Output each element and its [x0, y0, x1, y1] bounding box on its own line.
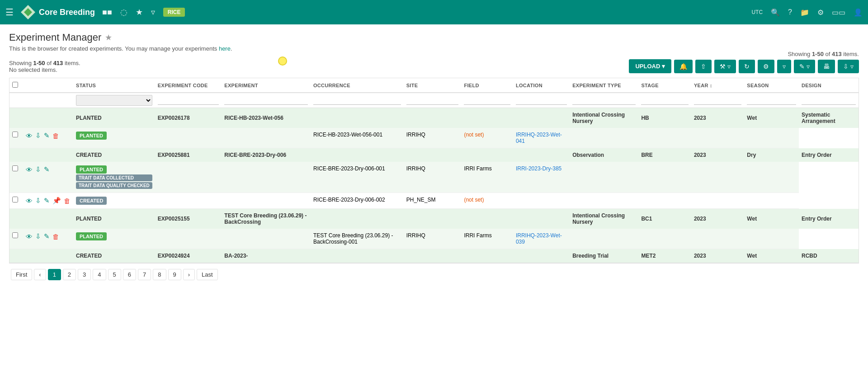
occurrence-header[interactable]: OCCURRENCE	[311, 78, 404, 93]
field-header[interactable]: FIELD	[461, 78, 513, 93]
status-badge: PLANTED	[76, 232, 107, 240]
edit-row-icon[interactable]: ✎	[44, 132, 50, 140]
search-icon[interactable]: 🔍	[771, 8, 780, 17]
group-exp-type-3: Intentional Crossing Nursery	[570, 209, 638, 229]
page-button-2[interactable]: 2	[63, 269, 76, 280]
exp-type-filter[interactable]	[572, 96, 636, 105]
refresh-button[interactable]: ↻	[739, 60, 755, 73]
exp-code-header[interactable]: EXPERIMENT CODE	[155, 78, 222, 93]
page-button-5[interactable]: 5	[108, 269, 121, 280]
select-all-header[interactable]	[9, 78, 23, 93]
notification-button[interactable]: 🔔	[674, 60, 693, 73]
here-link[interactable]: here	[219, 45, 231, 52]
view-icon[interactable]: 👁	[26, 166, 33, 174]
download-row-icon[interactable]: ⇩	[35, 132, 41, 140]
page-button-8[interactable]: 8	[153, 269, 166, 280]
grid-icon[interactable]: ■■	[102, 8, 112, 17]
row-checkbox[interactable]	[12, 197, 18, 202]
row-checkbox[interactable]	[12, 232, 18, 238]
page-button-7[interactable]: 7	[138, 269, 151, 280]
download-button[interactable]: ⇩ ▿	[838, 60, 859, 73]
last-page-button[interactable]: Last	[197, 269, 218, 280]
delete-row-icon[interactable]: 🗑	[52, 132, 59, 140]
select-all-checkbox[interactable]	[12, 82, 18, 88]
next-page-button[interactable]: ›	[183, 269, 195, 280]
star-nav-icon[interactable]: ★	[136, 7, 143, 17]
view-icon[interactable]: 👁	[26, 132, 33, 140]
help-icon[interactable]: ?	[788, 8, 792, 16]
season-header[interactable]: SEASON	[744, 78, 799, 93]
folder-icon[interactable]: 📁	[800, 8, 809, 17]
page-button-3[interactable]: 3	[78, 269, 91, 280]
group-exp-1: RICE-HB-2023-Wet-056	[222, 108, 311, 128]
design-filter[interactable]	[802, 96, 856, 105]
occurrence-cell: RICE-BRE-2023-Dry-006-001	[311, 162, 404, 193]
apps-icon[interactable]: ▭▭	[832, 8, 845, 17]
clock-icon[interactable]: ◌	[120, 7, 127, 17]
experiment-filter[interactable]	[224, 96, 308, 105]
page-button-4[interactable]: 4	[93, 269, 106, 280]
status-filter-cell[interactable]	[73, 93, 155, 108]
occurrence-filter[interactable]	[313, 96, 401, 105]
field-filter[interactable]	[464, 96, 510, 105]
experiment-header[interactable]: EXPERIMENT	[222, 78, 311, 93]
edit-multi-button[interactable]: ✎ ▿	[794, 60, 815, 73]
tools-button[interactable]: ⚒ ▿	[714, 60, 736, 73]
upload-button[interactable]: UPLOAD ▾	[629, 59, 671, 73]
crop-badge[interactable]: RICE	[163, 8, 185, 17]
download-row-icon[interactable]: ⇩	[35, 165, 41, 174]
filter-button[interactable]: ▿	[777, 60, 791, 73]
season-filter[interactable]	[747, 96, 796, 105]
site-header[interactable]: SITE	[404, 78, 462, 93]
edit-row-icon[interactable]: ✎	[44, 165, 50, 174]
view-icon[interactable]: 👁	[26, 197, 33, 205]
location-link[interactable]: IRRI-2023-Dry-385	[516, 165, 561, 172]
row-checkbox[interactable]	[12, 132, 18, 137]
exp-type-header[interactable]: EXPERIMENT TYPE	[570, 78, 638, 93]
year-header[interactable]: YEAR ↕	[691, 78, 744, 93]
site-cell: IRRIHQ	[404, 162, 462, 193]
design-header[interactable]: DESIGN	[799, 78, 859, 93]
table-header-row: STATUS EXPERIMENT CODE EXPERIMENT OCCURR…	[9, 78, 859, 93]
view-icon[interactable]: 👁	[26, 233, 33, 240]
page-button-9[interactable]: 9	[168, 269, 181, 280]
delete-row-icon[interactable]: 🗑	[64, 197, 71, 205]
site-filter[interactable]	[406, 96, 459, 105]
hamburger-menu-icon[interactable]: ☰	[5, 7, 14, 18]
table-row: 👁 ⇩ ✎ 🗑 PLANTED RICE-HB-2023-Wet-056-001…	[9, 128, 859, 148]
location-link[interactable]: IRRIHQ-2023-Wet-039	[516, 232, 562, 245]
app-logo: Core Breeding	[21, 5, 95, 19]
delete-row-icon[interactable]: 🗑	[52, 233, 59, 240]
prev-page-button[interactable]: ‹	[34, 269, 46, 280]
download-row-icon[interactable]: ⇩	[35, 197, 41, 205]
group-exp-code-1: EXP0026178	[155, 108, 222, 128]
status-filter[interactable]	[76, 95, 152, 106]
settings-icon[interactable]: ⚙	[817, 8, 824, 17]
group-status-3: PLANTED	[73, 209, 155, 229]
column-settings-button[interactable]: ⚙	[758, 60, 774, 73]
group-stage-3: BC1	[638, 209, 691, 229]
user-icon[interactable]: 👤	[854, 8, 863, 17]
location-header[interactable]: LOCATION	[513, 78, 570, 93]
action-icons: 👁 ⇩ ✎	[26, 165, 71, 174]
page-button-6[interactable]: 6	[123, 269, 136, 280]
exp-code-filter[interactable]	[158, 96, 219, 105]
stage-header[interactable]: STAGE	[638, 78, 691, 93]
download-row-icon[interactable]: ⇩	[35, 232, 41, 240]
filter-nav-icon[interactable]: ▿	[151, 7, 155, 17]
location-filter[interactable]	[516, 96, 567, 105]
status-header[interactable]: STATUS	[73, 78, 155, 93]
pin-row-icon[interactable]: 📌	[52, 197, 61, 205]
row-checkbox[interactable]	[12, 165, 18, 171]
share-button[interactable]: ⇧	[695, 60, 712, 73]
print-button[interactable]: 🖶	[818, 60, 835, 73]
page-button-1[interactable]: 1	[48, 269, 61, 280]
first-page-button[interactable]: First	[11, 269, 32, 280]
edit-row-icon[interactable]: ✎	[44, 197, 50, 205]
year-filter[interactable]	[694, 96, 741, 105]
stage-filter[interactable]	[641, 96, 688, 105]
location-link[interactable]: IRRIHQ-2023-Wet-041	[516, 132, 562, 144]
edit-row-icon[interactable]: ✎	[44, 232, 50, 240]
group-stage-2: BRE	[638, 148, 691, 162]
favorite-icon[interactable]: ★	[105, 33, 112, 42]
